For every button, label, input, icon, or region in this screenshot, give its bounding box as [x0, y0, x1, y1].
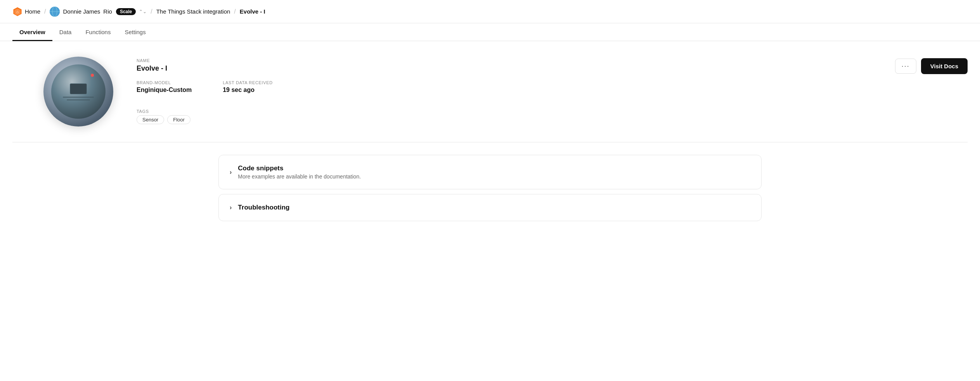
device-name: Evolve - I	[137, 64, 872, 73]
tags-row: Sensor Floor	[137, 115, 872, 124]
org-globe-icon	[50, 7, 60, 17]
device-image-inner	[51, 64, 106, 119]
code-snippets-title: Code snippets	[238, 165, 361, 172]
last-data-label: LAST DATA RECEIVED	[223, 80, 273, 85]
device-image	[43, 57, 113, 126]
code-snippets-subtitle: More examples are available in the docum…	[238, 173, 361, 180]
tags-label: TAGS	[137, 109, 872, 114]
troubleshooting-text: Troubleshooting	[238, 204, 289, 211]
breadcrumb-sep-3: /	[234, 8, 235, 15]
code-snippets-header[interactable]: › Code snippets More examples are availa…	[219, 155, 761, 189]
code-snippets-card: › Code snippets More examples are availa…	[218, 155, 762, 189]
circuit-dot	[91, 74, 94, 77]
device-actions: ··· Visit Docs	[895, 57, 968, 74]
tab-functions[interactable]: Functions	[78, 23, 118, 41]
code-snippets-text: Code snippets More examples are availabl…	[238, 165, 361, 180]
org-chevron-icon[interactable]: ⌃⌄	[139, 9, 147, 14]
device-image-wrap	[43, 57, 113, 126]
org-link[interactable]: Donnie James Rio Scale ⌃⌄	[50, 7, 147, 17]
main-content: NAME Evolve - I BRAND-MODEL Enginique-Cu…	[0, 41, 980, 241]
tab-overview[interactable]: Overview	[12, 23, 52, 41]
cards-section: › Code snippets More examples are availa…	[218, 155, 762, 226]
nav-tabs: Overview Data Functions Settings	[0, 23, 980, 41]
current-page-label: Evolve - I	[240, 8, 265, 15]
home-icon: ⌂	[12, 7, 23, 17]
breadcrumb: ⌂ Home / Donnie James Rio Scale ⌃⌄ / The…	[0, 0, 980, 23]
visit-docs-button[interactable]: Visit Docs	[921, 58, 968, 74]
name-label: NAME	[137, 58, 872, 63]
tag-floor: Floor	[167, 115, 190, 124]
brand-cell: BRAND-MODEL Enginique-Custom	[137, 80, 192, 101]
circuit-line-1	[63, 97, 94, 98]
tab-data[interactable]: Data	[52, 23, 79, 41]
tab-settings[interactable]: Settings	[118, 23, 152, 41]
tag-sensor: Sensor	[137, 115, 164, 124]
troubleshooting-card: › Troubleshooting	[218, 194, 762, 221]
troubleshooting-title: Troubleshooting	[238, 204, 289, 211]
info-grid: BRAND-MODEL Enginique-Custom LAST DATA R…	[137, 80, 872, 101]
code-snippets-chevron-icon: ›	[230, 169, 232, 176]
breadcrumb-sep-1: /	[44, 8, 46, 15]
home-link[interactable]: ⌂ Home	[12, 7, 40, 17]
device-info: NAME Evolve - I BRAND-MODEL Enginique-Cu…	[137, 57, 872, 124]
more-options-button[interactable]: ···	[895, 59, 916, 74]
breadcrumb-sep-2: /	[151, 8, 152, 15]
org-sub: Rio	[103, 8, 112, 15]
home-label: Home	[25, 8, 40, 15]
integration-link[interactable]: The Things Stack integration	[156, 8, 230, 15]
org-name: Donnie James	[63, 8, 100, 15]
troubleshooting-chevron-icon: ›	[230, 204, 232, 211]
svg-text:⌂: ⌂	[16, 9, 19, 14]
last-data-value: 19 sec ago	[223, 87, 273, 94]
circuit-chip	[70, 83, 87, 94]
brand-value: Enginique-Custom	[137, 87, 192, 94]
circuit-line-2	[67, 99, 90, 100]
troubleshooting-header[interactable]: › Troubleshooting	[219, 194, 761, 221]
device-section: NAME Evolve - I BRAND-MODEL Enginique-Cu…	[12, 57, 968, 142]
last-data-cell: LAST DATA RECEIVED 19 sec ago	[223, 80, 273, 101]
scale-badge: Scale	[116, 8, 136, 15]
brand-label: BRAND-MODEL	[137, 80, 192, 85]
